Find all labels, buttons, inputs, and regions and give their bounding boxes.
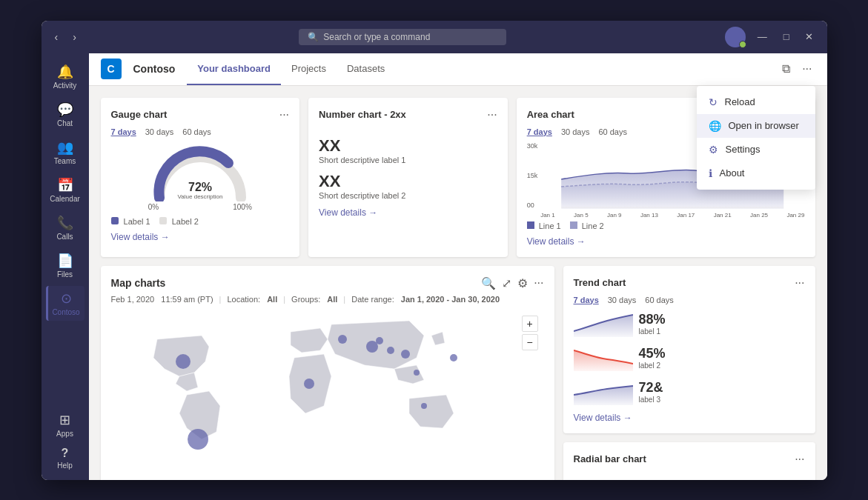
app-logo: C: [101, 59, 122, 79]
map-svg: [111, 310, 544, 458]
trend-chart-menu-button[interactable]: ···: [795, 276, 804, 290]
header-right: ⧉ ···: [779, 59, 815, 79]
map-search-button[interactable]: 🔍: [481, 276, 496, 290]
svg-point-9: [414, 370, 420, 376]
trend-time-tabs: 7 days 30 days 60 days: [574, 296, 805, 304]
trend-time-30d[interactable]: 30 days: [608, 296, 637, 304]
sidebar-item-label: Contoso: [52, 308, 79, 316]
map-settings-button[interactable]: ⚙: [517, 276, 528, 290]
y-axis-labels: 30k 15k 00: [527, 142, 541, 209]
dropdown-about[interactable]: ℹ About: [697, 161, 815, 185]
right-panel: Trend chart ··· 7 days 30 days 60 days: [563, 266, 815, 480]
y-label-00: 00: [527, 201, 538, 209]
svg-point-5: [338, 335, 347, 344]
sidebar-item-activity[interactable]: 🔔 Activity: [46, 59, 85, 94]
sidebar-item-help[interactable]: ? Help: [46, 442, 85, 474]
trend-value-1: 88%: [639, 312, 666, 327]
map-controls: 🔍 ⤢ ⚙ ···: [481, 276, 543, 290]
number-value-1: XX: [319, 136, 497, 156]
number-chart-menu-button[interactable]: ···: [487, 108, 497, 121]
gauge-svg: 72% Value description: [148, 142, 252, 201]
number-view-details[interactable]: View details →: [319, 207, 497, 218]
dropdown-open-in-browser[interactable]: 🌐 Open in browser: [697, 114, 815, 138]
number-chart-items: XX Short descriptive label 1 XX Short de…: [319, 136, 497, 200]
teams-icon: 👥: [57, 139, 73, 156]
svg-point-4: [304, 379, 314, 389]
svg-point-13: [450, 354, 457, 361]
search-placeholder: Search or type a command: [323, 32, 430, 42]
sidebar-item-contoso[interactable]: ⊙ Contoso: [46, 286, 85, 321]
trend-data-2: 45% label 2: [639, 346, 666, 370]
main-layout: 🔔 Activity 💬 Chat 👥 Teams 📅 Calendar 📞 C…: [42, 53, 827, 480]
sidebar-item-teams[interactable]: 👥 Teams: [46, 135, 85, 170]
search-bar[interactable]: 🔍 Search or type a command: [299, 29, 506, 45]
maximize-button[interactable]: □: [779, 30, 794, 44]
gauge-chart-menu-button[interactable]: ···: [279, 108, 289, 121]
sidebar-item-chat[interactable]: 💬 Chat: [46, 97, 85, 132]
map-fullscreen-button[interactable]: ⤢: [502, 276, 511, 290]
gauge-time-tabs: 7 days 30 days 60 days: [111, 127, 290, 136]
forward-button[interactable]: ›: [68, 30, 81, 44]
tab-datasets[interactable]: Datasets: [337, 53, 395, 85]
sidebar: 🔔 Activity 💬 Chat 👥 Teams 📅 Calendar 📞 C…: [42, 53, 89, 480]
app-window: ‹ › 🔍 Search or type a command — □ ✕ 🔔 A…: [42, 21, 827, 480]
chat-icon: 💬: [57, 101, 73, 118]
dropdown-reload[interactable]: ↻ Reload: [697, 90, 815, 114]
trend-time-7d[interactable]: 7 days: [574, 296, 599, 304]
map-chart-title: Map charts: [111, 277, 166, 289]
sidebar-item-calendar[interactable]: 📅 Calendar: [46, 173, 85, 207]
radial-bar-chart-menu-button[interactable]: ···: [795, 453, 804, 466]
area-time-7d[interactable]: 7 days: [527, 127, 552, 136]
trend-data-1: 88% label 1: [639, 312, 666, 336]
activity-icon: 🔔: [57, 64, 73, 80]
radial-bar-chart-title: Radial bar chart: [574, 453, 646, 464]
area-view-details[interactable]: View details →: [527, 236, 805, 247]
sidebar-item-label: Apps: [56, 430, 73, 438]
area-time-30d[interactable]: 30 days: [561, 127, 590, 136]
back-button[interactable]: ‹: [50, 30, 63, 44]
svg-text:Value description: Value description: [177, 193, 222, 200]
separator-3: |: [343, 295, 345, 304]
area-legend-1: Line 1: [527, 221, 561, 230]
svg-point-12: [188, 429, 208, 450]
sidebar-item-calls[interactable]: 📞 Calls: [46, 210, 85, 245]
titlebar-right: — □ ✕: [725, 27, 818, 47]
gauge-chart-header: Gauge chart ···: [111, 108, 290, 121]
zoom-out-button[interactable]: −: [522, 334, 538, 350]
trend-view-details[interactable]: View details →: [574, 413, 805, 423]
more-options-button[interactable]: ···: [799, 59, 815, 79]
number-item-1: XX Short descriptive label 1: [319, 136, 497, 164]
trend-label-2: label 2: [639, 361, 666, 370]
radial-bar-chart-card: Radial bar chart ···: [563, 442, 815, 480]
tab-projects[interactable]: Projects: [281, 53, 337, 85]
gauge-legend-1: Label 1: [111, 217, 150, 226]
bottom-row: Map charts 🔍 ⤢ ⚙ ··· Feb 1, 2020: [101, 266, 815, 480]
trend-item-3: 72& label 3: [574, 379, 805, 405]
sidebar-item-apps[interactable]: ⊞ Apps: [46, 407, 85, 442]
map-groups: Groups: All: [291, 295, 337, 304]
dropdown-settings[interactable]: ⚙ Settings: [697, 138, 815, 161]
gauge-time-30d[interactable]: 30 days: [145, 127, 174, 136]
sidebar-item-label: Calendar: [50, 195, 80, 203]
map-meta: Feb 1, 2020 11:59 am (PT) | Location: Al…: [111, 295, 544, 304]
trend-chart-card: Trend chart ··· 7 days 30 days 60 days: [563, 266, 815, 433]
number-label-1: Short descriptive label 1: [319, 156, 497, 164]
dropdown-browser-label: Open in browser: [729, 120, 799, 131]
sidebar-item-files[interactable]: 📄 Files: [46, 248, 85, 283]
area-time-60d[interactable]: 60 days: [598, 127, 627, 136]
gauge-time-7d[interactable]: 7 days: [111, 127, 136, 136]
trend-chart-header: Trend chart ···: [574, 276, 805, 290]
gauge-time-60d[interactable]: 60 days: [182, 127, 211, 136]
map-more-button[interactable]: ···: [534, 276, 543, 290]
radial-bar-chart-header: Radial bar chart ···: [574, 453, 805, 466]
trend-mini-svg-1: [574, 310, 633, 337]
close-button[interactable]: ✕: [801, 30, 818, 44]
gauge-labels: 0% 100%: [148, 203, 252, 211]
zoom-in-button[interactable]: +: [522, 316, 538, 332]
minimize-button[interactable]: —: [753, 30, 772, 44]
trend-time-60d[interactable]: 60 days: [645, 296, 674, 304]
open-new-button[interactable]: ⧉: [779, 59, 793, 79]
gauge-view-details[interactable]: View details →: [111, 232, 290, 242]
tab-dashboard[interactable]: Your dashboard: [187, 53, 281, 85]
gauge-chart-title: Gauge chart: [111, 109, 168, 120]
